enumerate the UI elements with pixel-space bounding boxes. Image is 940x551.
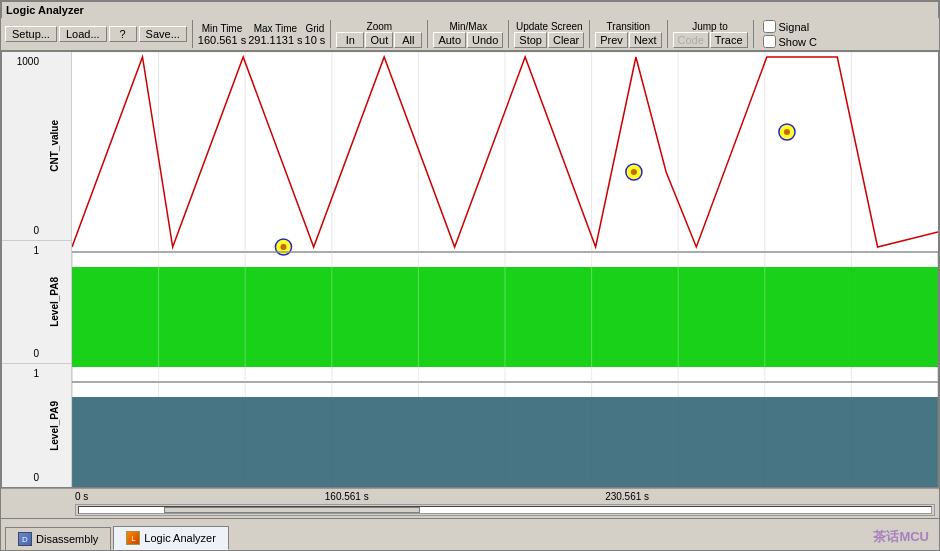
- pa9-signal-high: [72, 397, 938, 487]
- horizontal-scrollbar[interactable]: [75, 504, 935, 516]
- clear-button[interactable]: Clear: [548, 32, 584, 48]
- showc-label: Show C: [779, 36, 818, 48]
- content-area: 1000 0 CNT_value 1: [1, 51, 939, 518]
- undo-button[interactable]: Undo: [467, 32, 503, 48]
- minmax-label: Min/Max: [449, 21, 487, 32]
- tab-disassembly[interactable]: D Disassembly: [5, 527, 111, 550]
- window-title: Logic Analyzer: [6, 4, 84, 16]
- pa9-channel-label: 1 0 Level_PA9: [2, 364, 71, 487]
- zoom-group: Zoom In Out All: [336, 21, 422, 48]
- transition-group: Transition Prev Next: [595, 21, 661, 48]
- trace-button[interactable]: Trace: [710, 32, 748, 48]
- cnt-max-label: 1000: [8, 56, 39, 67]
- tab-logic-analyzer-label: Logic Analyzer: [144, 532, 216, 544]
- help-button[interactable]: ?: [109, 26, 137, 42]
- minmax-buttons: Auto Undo: [433, 32, 503, 48]
- jump-to-label: Jump to: [692, 21, 728, 32]
- min-time-group: Min Time 160.561 s: [198, 23, 246, 46]
- load-button[interactable]: Load...: [59, 26, 107, 42]
- chart-area: 1000 0 CNT_value 1: [1, 51, 939, 488]
- update-screen-group: Update Screen Stop Clear: [514, 21, 584, 48]
- pa9-y-axis: 1 0: [6, 366, 41, 485]
- transition-label: Transition: [607, 21, 651, 32]
- title-bar: Logic Analyzer: [1, 1, 939, 18]
- code-button[interactable]: Code: [673, 32, 709, 48]
- min-time-value: 160.561 s: [198, 34, 246, 46]
- transition-buttons: Prev Next: [595, 32, 661, 48]
- separator-5: [589, 20, 590, 48]
- watermark: 茶话MCU: [873, 528, 929, 546]
- pa8-min-label: 0: [8, 348, 39, 359]
- time-labels: 0 s 160.561 s 230.561 s 291.1131 s: [1, 489, 939, 502]
- y-labels-panel: 1000 0 CNT_value 1: [2, 52, 72, 487]
- tab-disassembly-label: Disassembly: [36, 533, 98, 545]
- transition-marker-dot-2: [631, 169, 637, 175]
- next-button[interactable]: Next: [629, 32, 662, 48]
- auto-button[interactable]: Auto: [433, 32, 466, 48]
- transition-marker-dot-1: [280, 244, 286, 250]
- jump-to-group: Jump to Code Trace: [673, 21, 748, 48]
- showc-checkbox[interactable]: [763, 35, 776, 48]
- transition-marker-dot-3: [784, 129, 790, 135]
- minmax-group: Min/Max Auto Undo: [433, 21, 503, 48]
- zoom-label: Zoom: [367, 21, 393, 32]
- pa8-max-label: 1: [8, 245, 39, 256]
- cnt-y-axis: 1000 0: [6, 54, 41, 238]
- grid-label: Grid: [306, 23, 325, 34]
- pa8-channel-name: Level_PA8: [49, 277, 60, 327]
- update-screen-label: Update Screen: [516, 21, 583, 32]
- setup-button[interactable]: Setup...: [5, 26, 57, 42]
- time-mid2: 230.561 s: [605, 491, 649, 502]
- pa9-channel-name: Level_PA9: [49, 401, 60, 451]
- chart-canvas[interactable]: [72, 52, 938, 487]
- update-screen-buttons: Stop Clear: [514, 32, 584, 48]
- zoom-out-button[interactable]: Out: [365, 32, 393, 48]
- main-window: Logic Analyzer Setup... Load... ? Save..…: [0, 0, 940, 551]
- pa8-name-container: Level_PA8: [41, 243, 67, 361]
- tab-logic-analyzer[interactable]: L Logic Analyzer: [113, 526, 229, 550]
- zoom-in-button[interactable]: In: [336, 32, 364, 48]
- scroll-thumb[interactable]: [164, 507, 420, 513]
- cnt-name-container: CNT_value: [41, 54, 67, 238]
- grid-group: Grid 10 s: [305, 23, 326, 46]
- watermark-text: 茶话MCU: [873, 529, 929, 544]
- max-time-label: Max Time: [254, 23, 297, 34]
- separator-7: [753, 20, 754, 48]
- pa8-y-axis: 1 0: [6, 243, 41, 361]
- scroll-track[interactable]: [78, 506, 932, 514]
- chart-svg: [72, 52, 938, 487]
- signal-checkbox[interactable]: [763, 20, 776, 33]
- separator-4: [508, 20, 509, 48]
- checkbox-group: Signal Show C: [763, 20, 818, 48]
- tab-bar: D Disassembly L Logic Analyzer 茶话MCU: [1, 518, 939, 550]
- grid-value: 10 s: [305, 34, 326, 46]
- zoom-buttons: In Out All: [336, 32, 422, 48]
- logic-analyzer-icon: L: [126, 531, 140, 545]
- separator-3: [427, 20, 428, 48]
- pa9-name-container: Level_PA9: [41, 366, 67, 485]
- disassembly-icon: D: [18, 532, 32, 546]
- pa9-max-label: 1: [8, 368, 39, 379]
- max-time-value: 291.1131 s: [248, 34, 302, 46]
- zoom-all-button[interactable]: All: [394, 32, 422, 48]
- cnt-channel-name: CNT_value: [49, 120, 60, 172]
- time-mid1: 160.561 s: [325, 491, 369, 502]
- toolbar: Setup... Load... ? Save... Min Time 160.…: [1, 18, 939, 51]
- signal-label: Signal: [779, 21, 810, 33]
- signal-checkbox-label[interactable]: Signal: [763, 20, 818, 33]
- separator-6: [667, 20, 668, 48]
- time-start: 0 s: [75, 491, 88, 502]
- max-time-group: Max Time 291.1131 s: [248, 23, 302, 46]
- scrollbar-container[interactable]: [1, 502, 939, 518]
- showc-checkbox-label[interactable]: Show C: [763, 35, 818, 48]
- cnt-min-label: 0: [8, 225, 39, 236]
- save-button[interactable]: Save...: [139, 26, 187, 42]
- separator-2: [330, 20, 331, 48]
- stop-button[interactable]: Stop: [514, 32, 547, 48]
- cnt-channel-label: 1000 0 CNT_value: [2, 52, 71, 241]
- separator-1: [192, 20, 193, 48]
- prev-button[interactable]: Prev: [595, 32, 628, 48]
- pa8-channel-label: 1 0 Level_PA8: [2, 241, 71, 364]
- time-axis-container: 0 s 160.561 s 230.561 s 291.1131 s: [1, 488, 939, 518]
- jump-to-buttons: Code Trace: [673, 32, 748, 48]
